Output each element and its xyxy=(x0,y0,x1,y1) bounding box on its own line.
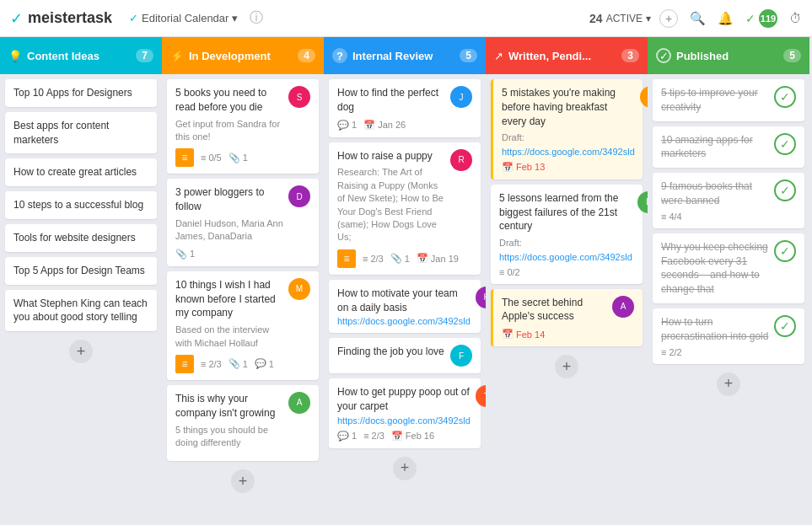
add-card-button-written-pending[interactable]: + xyxy=(555,355,578,378)
comment-icon: 💬 xyxy=(255,358,266,369)
card-title: Tools for website designers xyxy=(13,231,148,245)
avatar: R xyxy=(450,149,472,171)
published-check-icon: ✓ xyxy=(774,86,796,108)
card-subtitle: 5 things you should be doing differently xyxy=(175,424,283,450)
doc-icon: ≡ xyxy=(175,148,194,167)
task-card[interactable]: Why you keep checking Facebook every 31 … xyxy=(653,233,804,303)
task-card[interactable]: Finding the job you love F xyxy=(329,338,481,373)
comment-count: 💬1 xyxy=(337,120,357,131)
task-card[interactable]: What Stephen King can teach you about go… xyxy=(5,290,157,332)
attachment-count: 📎1 xyxy=(229,358,248,369)
progress-icon: ≡ xyxy=(661,347,666,357)
task-card[interactable]: How to create great articles xyxy=(5,158,157,186)
card-link[interactable]: https://docs.google.com/3492sld xyxy=(337,316,471,326)
task-card[interactable]: Tools for website designers xyxy=(5,224,157,252)
card-link[interactable]: https://docs.google.com/3492sld xyxy=(502,147,635,157)
avatar: M xyxy=(288,278,310,300)
clip-icon: 📎 xyxy=(175,249,187,260)
avatar: J xyxy=(450,86,472,108)
column-title-internal-review: Internal Review xyxy=(352,50,454,62)
card-title: Finding the job you love xyxy=(337,345,445,359)
column-content-ideas: 💡 Content Ideas 7 Top 10 Apps for Design… xyxy=(0,37,162,525)
task-card[interactable]: 5 tips to improve your creativity ✓ xyxy=(653,79,804,121)
card-title: How to motivate your team on a daily bas… xyxy=(337,287,471,315)
column-header-content-ideas: 💡 Content Ideas 7 xyxy=(0,37,162,74)
add-icon[interactable]: + xyxy=(659,9,678,28)
task-card[interactable]: How to raise a puppy Research: The Art o… xyxy=(329,142,481,275)
published-check-icon: ✓ xyxy=(774,133,796,155)
card-date: 📅Feb 16 xyxy=(391,431,434,442)
info-icon[interactable]: ⓘ xyxy=(250,9,263,27)
card-title: This is why your company isn't growing xyxy=(175,392,283,421)
comment-icon: 💬 xyxy=(337,431,349,442)
progress-icon: ≡ xyxy=(201,153,206,163)
card-link[interactable]: https://docs.google.com/3492sld xyxy=(499,252,632,262)
card-title: How to create great articles xyxy=(13,165,148,179)
card-title: Why you keep checking Facebook every 31 … xyxy=(661,240,769,297)
logo: ✓ meistertask xyxy=(10,9,112,28)
task-card[interactable]: How to get puppy poop out of your carpet… xyxy=(329,378,481,448)
card-title: 10 steps to a successful blog xyxy=(13,198,148,212)
column-count-in-development: 4 xyxy=(298,49,315,62)
notifications-badge[interactable]: ✓ 119 xyxy=(745,9,777,28)
clip-icon: 📎 xyxy=(229,153,240,163)
task-card[interactable]: 5 books you need to read before you die … xyxy=(167,79,319,174)
kanban-board: 💡 Content Ideas 7 Top 10 Apps for Design… xyxy=(0,37,812,525)
task-card[interactable]: How to turn procrastination into gold ≡ … xyxy=(653,308,804,364)
bell-icon[interactable]: 🔔 xyxy=(718,11,734,26)
task-card[interactable]: The secret behind Apple's success A 📅Feb… xyxy=(491,289,643,347)
badge-count: 119 xyxy=(759,9,777,28)
search-icon[interactable]: 🔍 xyxy=(690,11,706,26)
column-body-content-ideas: Top 10 Apps for DesignersBest apps for c… xyxy=(0,74,162,525)
task-card[interactable]: 5 lessons learned from the biggest failu… xyxy=(491,185,643,284)
task-card[interactable]: 10 things I wish I had known before I st… xyxy=(167,271,319,380)
progress-icon: ≡ xyxy=(661,212,666,222)
add-card-button-content-ideas[interactable]: + xyxy=(69,340,93,363)
avatar: L xyxy=(637,191,648,213)
avatar: M xyxy=(640,86,648,108)
active-label: ACTIVE xyxy=(606,13,643,24)
add-card-button-published[interactable]: + xyxy=(717,372,740,396)
clock-icon[interactable]: ⏱ xyxy=(789,11,802,25)
task-card[interactable]: How to find the perfect dog J 💬1 📅Jan 26 xyxy=(329,79,481,137)
progress-indicator: ≡ 2/3 xyxy=(363,431,384,441)
task-card[interactable]: Top 10 Apps for Designers xyxy=(5,79,157,107)
task-card[interactable]: How to motivate your team on a daily bas… xyxy=(329,280,481,334)
column-header-in-development: ⚡ In Development 4 xyxy=(162,37,324,74)
card-subtitle: Research: The Art of Raising a Puppy (Mo… xyxy=(337,166,445,244)
progress-indicator: ≡ 0/2 xyxy=(499,267,520,277)
task-card[interactable]: This is why your company isn't growing 5… xyxy=(167,385,319,461)
card-title: Top 5 Apps for Design Teams xyxy=(13,264,148,278)
card-title: 5 lessons learned from the biggest failu… xyxy=(499,191,632,233)
task-card[interactable]: 9 famous books that were banned ≡ 4/4 ✓ xyxy=(653,173,804,228)
add-card-button-in-development[interactable]: + xyxy=(231,469,255,493)
calendar-icon: 📅 xyxy=(363,120,375,131)
column-published: ✓ Published 5 5 tips to improve your cre… xyxy=(648,37,809,525)
column-body-in-development: 5 books you need to read before you die … xyxy=(162,74,324,525)
task-card[interactable]: 3 power bloggers to follow Daniel Hudson… xyxy=(167,179,319,265)
progress-icon: ≡ xyxy=(499,267,504,277)
avatar: A xyxy=(288,392,310,414)
avatar: D xyxy=(288,185,310,207)
card-link[interactable]: https://docs.google.com/3492sld xyxy=(337,415,471,426)
comment-count: 💬1 xyxy=(337,431,357,442)
project-check-icon: ✓ xyxy=(129,12,138,24)
task-card[interactable]: Best apps for content marketers xyxy=(5,112,157,154)
attachment-count: 📎1 xyxy=(175,249,195,260)
column-header-written-pending: ↗ Written, Pendi... 3 xyxy=(486,37,648,74)
task-card[interactable]: 10 amazing apps for marketers ✓ xyxy=(653,126,804,169)
task-card[interactable]: Top 5 Apps for Design Teams xyxy=(5,257,157,285)
published-check-icon: ✓ xyxy=(774,240,796,262)
nav-actions: + 🔍 🔔 ✓ 119 ⏱ xyxy=(659,9,802,28)
calendar-icon: 📅 xyxy=(391,431,403,442)
task-card[interactable]: 5 mistakes you're making before having b… xyxy=(491,79,643,179)
published-check-icon: ✓ xyxy=(774,179,796,201)
task-card[interactable]: 10 steps to a successful blog xyxy=(5,191,157,219)
column-icon-content-ideas: 💡 xyxy=(8,49,22,62)
published-check-icon: ✓ xyxy=(774,315,796,337)
column-icon-internal-review: ? xyxy=(332,48,347,63)
project-selector[interactable]: ✓ Editorial Calendar ▾ xyxy=(129,12,238,24)
add-card-button-internal-review[interactable]: + xyxy=(393,457,417,480)
card-title: Top 10 Apps for Designers xyxy=(13,86,148,100)
card-title: The secret behind Apple's success xyxy=(502,296,607,324)
